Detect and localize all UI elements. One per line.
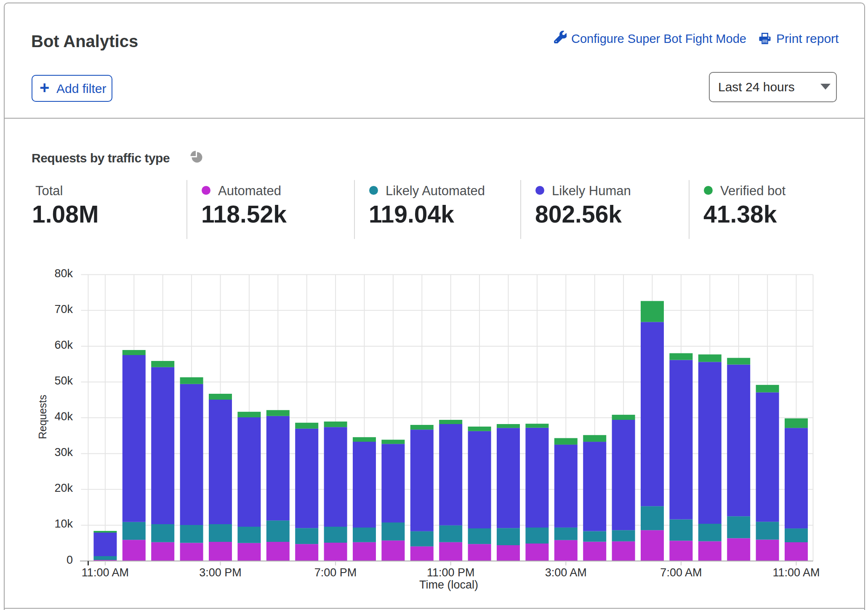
- svg-text:3:00 PM: 3:00 PM: [199, 566, 242, 579]
- svg-text:11:00 PM: 11:00 PM: [427, 566, 475, 579]
- svg-text:50k: 50k: [54, 374, 73, 387]
- svg-text:Requests: Requests: [37, 395, 48, 439]
- svg-text:10k: 10k: [54, 517, 73, 530]
- svg-text:30k: 30k: [54, 446, 73, 459]
- svg-text:7:00 PM: 7:00 PM: [314, 566, 357, 579]
- svg-text:Time (local): Time (local): [419, 578, 478, 591]
- svg-text:0: 0: [67, 554, 73, 566]
- svg-text:7:00 AM: 7:00 AM: [660, 566, 702, 579]
- svg-text:60k: 60k: [54, 339, 73, 351]
- svg-text:70k: 70k: [54, 303, 73, 316]
- svg-text:80k: 80k: [54, 267, 73, 280]
- svg-text:11:00 AM: 11:00 AM: [772, 566, 820, 579]
- svg-text:11:00 AM: 11:00 AM: [82, 566, 129, 579]
- svg-text:20k: 20k: [54, 482, 73, 494]
- svg-text:40k: 40k: [54, 410, 73, 423]
- svg-text:3:00 AM: 3:00 AM: [545, 566, 587, 579]
